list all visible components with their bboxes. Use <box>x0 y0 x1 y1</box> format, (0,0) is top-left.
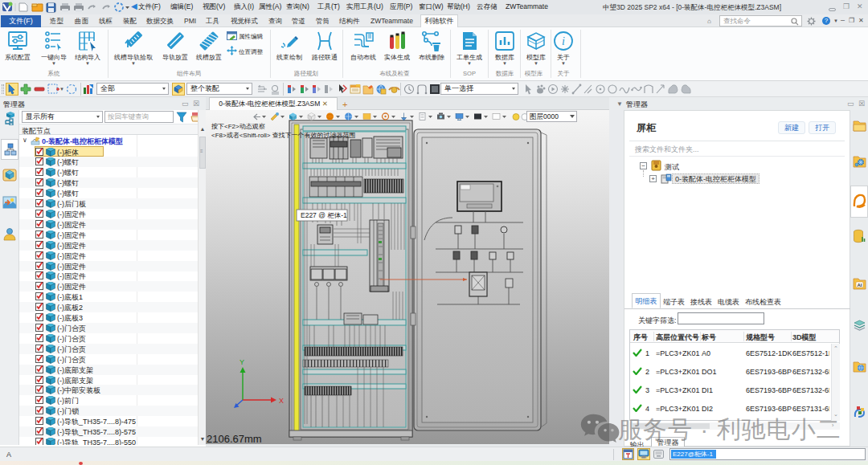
svg-text:E227 @ 柜体-1: E227 @ 柜体-1 <box>301 211 347 219</box>
svg-text:X: X <box>279 397 284 405</box>
svg-text:Y: Y <box>240 358 244 366</box>
svg-text:i: i <box>562 35 565 47</box>
svg-text:AI: AI <box>858 283 862 288</box>
